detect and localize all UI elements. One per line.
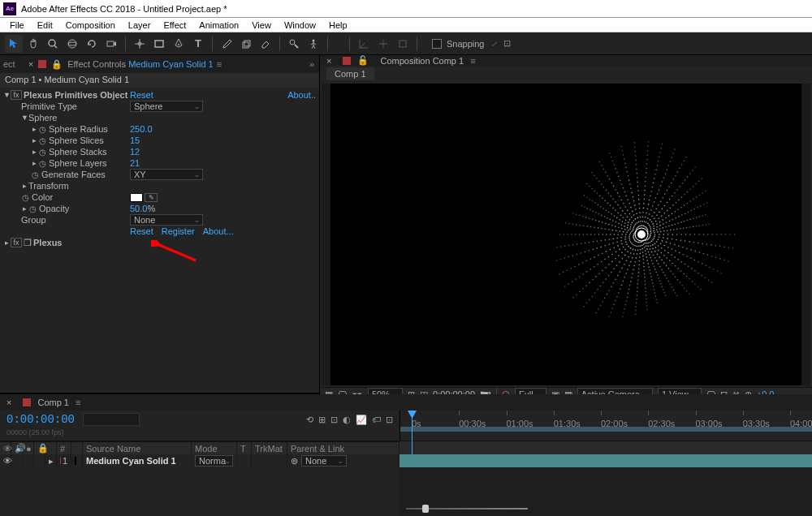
menu-effect[interactable]: Effect [157, 20, 192, 30]
twirl-icon[interactable]: ▼ [3, 91, 11, 99]
timeline-search-input[interactable] [83, 413, 140, 426]
stopwatch-icon[interactable]: ◷ [38, 148, 47, 157]
opt-icon[interactable]: ⊡ [386, 415, 393, 425]
clone-tool-icon[interactable] [237, 35, 255, 53]
eyedropper-icon[interactable]: ✎ [145, 193, 158, 202]
comp-tab-label[interactable]: Composition Comp 1 [380, 56, 464, 66]
reset-link-2[interactable]: Reset [130, 226, 153, 236]
anchor-tool-icon[interactable] [131, 35, 149, 53]
menu-layer[interactable]: Layer [122, 20, 158, 30]
axis2-tool-icon[interactable] [374, 35, 392, 53]
fx-icon[interactable]: fx [11, 90, 22, 100]
stopwatch-icon[interactable]: ◷ [31, 170, 40, 179]
comp-crumb[interactable]: Comp 1 [326, 67, 374, 80]
twirl-icon[interactable]: ▼ [21, 114, 28, 122]
layer-name[interactable]: Medium Cyan Solid 1 [86, 456, 176, 466]
reset-link[interactable]: Reset [130, 90, 153, 100]
orbit-tool-icon[interactable] [63, 35, 81, 53]
tab-close-icon[interactable]: × [6, 398, 11, 407]
tag-icon[interactable]: 🏷 [372, 415, 381, 425]
zoom-slider[interactable] [406, 505, 528, 513]
col-trkmat[interactable]: TrkMat [255, 444, 283, 454]
sphere-layers-value[interactable]: 21 [130, 158, 140, 168]
panel-layer-name[interactable]: Medium Cyan Solid 1 [128, 59, 214, 69]
primitive-type-dropdown[interactable]: Sphere⌵ [130, 101, 203, 112]
playhead[interactable] [412, 411, 412, 459]
layer-bar[interactable] [400, 454, 812, 467]
puppet-tool-icon[interactable] [304, 35, 322, 53]
sphere-radius-value[interactable]: 250.0 [130, 124, 153, 134]
color-swatch[interactable] [130, 193, 143, 202]
snap-opt2-icon[interactable]: ⊡ [503, 38, 511, 49]
time-ruler[interactable]: 0s00:30s01:00s01:30s02:00s02:30s03:00s03… [400, 411, 812, 432]
stopwatch-icon[interactable]: ◷ [28, 204, 37, 213]
snapping-checkbox[interactable] [432, 39, 442, 49]
pickwhip-icon[interactable]: ⊚ [291, 456, 298, 467]
stopwatch-icon[interactable]: ◷ [21, 193, 30, 202]
axis-tool-icon[interactable] [355, 35, 373, 53]
sphere-slices-value[interactable]: 15 [130, 135, 140, 145]
twirl-icon[interactable]: ▸ [31, 159, 38, 167]
axis3-tool-icon[interactable] [394, 35, 412, 53]
menu-animation[interactable]: Animation [192, 20, 245, 30]
effect-name[interactable]: Plexus Primitives Object [24, 90, 127, 100]
roto-tool-icon[interactable] [285, 35, 303, 53]
layer-mode-dropdown[interactable]: Norma⌵ [195, 455, 233, 467]
effect-name-plexus[interactable]: Plexus [33, 238, 62, 247]
dr-icon[interactable]: ⊞ [318, 415, 326, 425]
twirl-icon[interactable]: ▸ [49, 456, 54, 467]
twirl-icon[interactable]: ▸ [31, 136, 38, 144]
camera-tool-icon[interactable] [102, 35, 120, 53]
twirl-icon[interactable]: ▸ [3, 239, 11, 247]
mb-icon[interactable]: ◐ [343, 415, 351, 425]
menu-help[interactable]: Help [322, 20, 354, 30]
generate-faces-dropdown[interactable]: XY⌵ [130, 169, 203, 180]
snap-opt-icon[interactable]: ⟋ [490, 39, 499, 49]
register-link[interactable]: Register [162, 226, 195, 236]
eraser-tool-icon[interactable] [257, 35, 274, 53]
col-t[interactable]: T [240, 444, 246, 454]
twirl-icon[interactable]: ▸ [21, 204, 28, 213]
group-dropdown[interactable]: None⌵ [130, 214, 203, 226]
work-area-bar[interactable] [400, 427, 812, 432]
about-link-2[interactable]: About... [203, 226, 234, 236]
pen-tool-icon[interactable] [170, 35, 188, 53]
graph-icon[interactable]: 📈 [356, 415, 367, 425]
opacity-value[interactable]: 50.0 [130, 204, 147, 213]
hand-tool-icon[interactable] [24, 35, 42, 53]
menu-window[interactable]: Window [278, 20, 322, 30]
menu-edit[interactable]: Edit [31, 20, 59, 30]
zoom-tool-icon[interactable] [44, 35, 62, 53]
lock-icon[interactable]: 🔒 [51, 59, 63, 70]
tab-close-icon[interactable]: × [28, 59, 33, 69]
rotate-tool-icon[interactable] [83, 35, 101, 53]
about-link[interactable]: About.. [287, 90, 316, 100]
sphere-stacks-value[interactable]: 12 [130, 147, 140, 157]
twirl-icon[interactable]: ▸ [31, 148, 38, 156]
current-time[interactable]: 0:00:00:00 [6, 413, 75, 426]
menu-composition[interactable]: Composition [59, 20, 122, 30]
tab-close-icon[interactable]: × [326, 56, 331, 66]
shy-icon[interactable]: ⟲ [306, 415, 313, 425]
rect-tool-icon[interactable] [150, 35, 168, 53]
panel-menu-icon[interactable]: » [309, 59, 314, 69]
menu-file[interactable]: File [3, 20, 31, 30]
lock-icon[interactable]: 🔓 [357, 55, 369, 66]
stopwatch-icon[interactable]: ◷ [38, 125, 47, 134]
twirl-icon[interactable]: ▸ [31, 125, 38, 133]
col-parent[interactable]: Parent & Link [291, 444, 344, 454]
brush-tool-icon[interactable] [218, 35, 235, 53]
col-mode[interactable]: Mode [195, 444, 218, 454]
menu-view[interactable]: View [245, 20, 278, 30]
fx-icon[interactable]: fx [11, 238, 22, 247]
col-source[interactable]: Source Name [86, 444, 140, 454]
parent-dropdown[interactable]: None⌵ [301, 455, 347, 467]
stopwatch-icon[interactable]: ◷ [38, 136, 47, 145]
timeline-tab[interactable]: Comp 1 [37, 398, 69, 407]
text-tool-icon[interactable]: T [189, 35, 207, 53]
layer-color-swatch[interactable] [75, 457, 76, 465]
stopwatch-icon[interactable]: ◷ [38, 159, 47, 168]
fb-icon[interactable]: ⊡ [330, 415, 338, 425]
layer-row[interactable]: 👁 ▸ 1 Medium Cyan Solid 1 Norma⌵ ⊚None⌵ [0, 454, 400, 467]
twirl-icon[interactable]: ▸ [21, 182, 28, 190]
